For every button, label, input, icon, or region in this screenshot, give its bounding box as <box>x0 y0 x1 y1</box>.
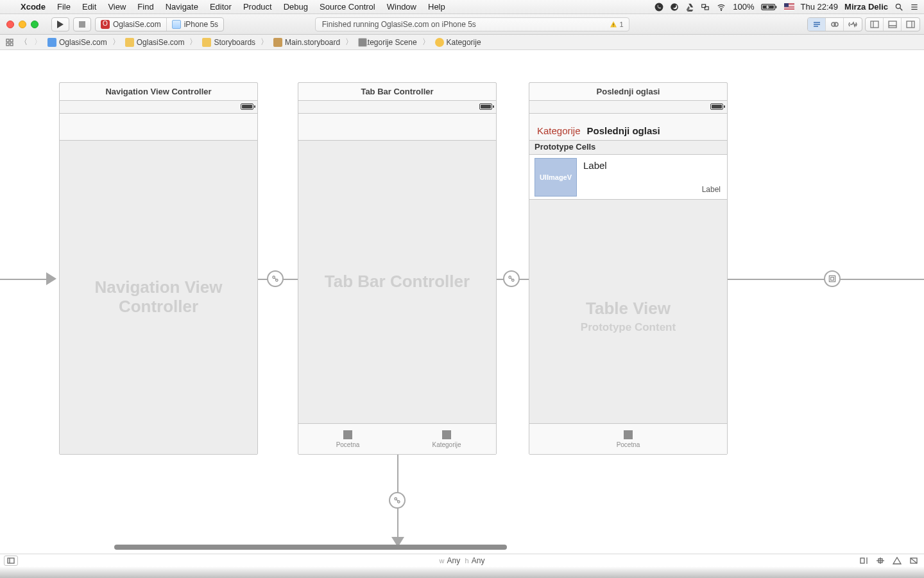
window-close-button[interactable] <box>6 21 14 28</box>
dnd-icon[interactable] <box>670 3 679 12</box>
menu-product[interactable]: Product <box>243 2 272 12</box>
notification-center-icon[interactable] <box>910 3 919 12</box>
tab-item-pocetna[interactable]: Pocetna <box>298 424 397 454</box>
canvas-horizontal-scrollbar[interactable] <box>114 545 507 550</box>
scene-tabbar-controller[interactable]: Tab Bar Controller Tab Bar Controller Po… <box>298 82 497 455</box>
scene-placeholder-label: Navigation View Controller <box>60 278 257 317</box>
scheme-selector[interactable]: OglasiSe.com iPhone 5s <box>95 17 224 31</box>
nav-back-item[interactable]: Kategorije <box>537 125 581 136</box>
warning-icon <box>610 21 617 28</box>
menu-source-control[interactable]: Source Control <box>320 2 375 12</box>
menu-editor[interactable]: Editor <box>210 2 232 12</box>
tab-bar[interactable]: Pocetna <box>529 423 727 454</box>
run-button[interactable] <box>51 17 69 31</box>
segue-relationship-icon-down[interactable] <box>389 492 406 509</box>
display-arrangement-icon[interactable] <box>701 3 710 12</box>
viber-icon[interactable] <box>654 3 663 12</box>
resolve-constraints-button[interactable] <box>891 556 903 566</box>
version-editor-button[interactable] <box>844 18 862 31</box>
menu-window[interactable]: Window <box>387 2 416 12</box>
menu-navigate[interactable]: Navigate <box>166 2 198 12</box>
simulated-nav-bar[interactable]: Kategorije Poslednji oglasi <box>529 114 727 141</box>
tab-item-kategorije[interactable]: Kategorije <box>397 424 496 454</box>
battery-percent[interactable]: 100% <box>733 2 754 12</box>
menu-find[interactable]: Find <box>137 2 153 12</box>
segue-root-relationship-icon[interactable] <box>267 270 284 287</box>
menu-view[interactable]: View <box>108 2 126 12</box>
svg-rect-28 <box>10 39 13 42</box>
toggle-utilities-button[interactable] <box>902 18 920 31</box>
warning-count: 1 <box>620 21 624 28</box>
related-items-button[interactable] <box>4 37 15 48</box>
jumpbar-viewcontroller[interactable]: Kategorije <box>434 38 483 47</box>
panel-visibility-segmented[interactable] <box>865 17 920 31</box>
scene-content[interactable]: Navigation View Controller <box>60 141 257 454</box>
segue-viewcontrollers-relationship-icon[interactable] <box>503 270 520 287</box>
initial-vc-arrow[interactable] <box>0 279 50 280</box>
menu-debug[interactable]: Debug <box>284 2 308 12</box>
scene-title[interactable]: Navigation View Controller <box>60 83 257 101</box>
prototype-cell[interactable]: UIImageV Label Label <box>529 155 727 200</box>
stop-button[interactable] <box>73 17 91 31</box>
jumpbar-scene[interactable]: Kategorije Scene <box>357 38 418 47</box>
app-menu[interactable]: Xcode <box>21 2 46 12</box>
menu-help[interactable]: Help <box>428 2 445 12</box>
folder-icon <box>125 38 134 47</box>
simulated-nav-bar[interactable] <box>60 114 257 141</box>
status-battery-icon <box>479 103 492 110</box>
ib-canvas[interactable]: Navigation View Controller Navigation Vi… <box>0 50 924 554</box>
jumpbar-storyboard-file[interactable]: Main.storyboard <box>272 38 341 47</box>
editor-mode-segmented[interactable] <box>807 17 862 31</box>
tab-bar[interactable]: Pocetna Kategorije <box>298 423 496 454</box>
scene-title[interactable]: Poslednji oglasi <box>529 83 727 101</box>
svg-rect-13 <box>79 21 85 28</box>
toggle-debug-area-button[interactable] <box>884 18 902 31</box>
battery-icon[interactable] <box>761 3 778 12</box>
scene-title[interactable]: Tab Bar Controller <box>298 83 496 101</box>
input-flag-icon[interactable] <box>784 3 794 10</box>
standard-editor-button[interactable] <box>808 18 826 31</box>
scheme-target[interactable]: OglasiSe.com <box>96 18 167 31</box>
window-zoom-button[interactable] <box>31 21 38 28</box>
svg-line-50 <box>911 558 917 563</box>
activity-viewer[interactable]: Finished running OglasiSe.com on iPhone … <box>315 17 629 31</box>
window-minimize-button[interactable] <box>19 21 26 28</box>
cell-detail-label[interactable]: Label <box>702 185 721 194</box>
segue-embed-icon[interactable] <box>824 270 841 287</box>
menu-file[interactable]: File <box>57 2 71 12</box>
menubar-user[interactable]: Mirza Delic <box>844 2 888 12</box>
svg-rect-27 <box>6 39 9 42</box>
menu-edit[interactable]: Edit <box>82 2 96 12</box>
jumpbar-storyboards-folder[interactable]: Storyboards <box>201 38 257 47</box>
cell-title-label[interactable]: Label <box>583 160 607 171</box>
cell-imageview[interactable]: UIImageV <box>535 158 577 197</box>
tableview-placeholder-label: Table View Prototype Content <box>529 299 727 334</box>
jumpbar-project[interactable]: OglasiSe.com <box>46 38 108 47</box>
initial-vc-arrowhead <box>46 272 56 285</box>
wifi-icon[interactable] <box>716 3 726 12</box>
nav-forward-button[interactable]: 〉 <box>32 37 44 48</box>
scene-poslednji-oglasi[interactable]: Poslednji oglasi Kategorije Poslednji og… <box>529 82 728 455</box>
menubar-clock[interactable]: Thu 22:49 <box>801 2 839 12</box>
issue-indicator[interactable]: 1 <box>610 21 624 28</box>
size-class-control[interactable]: wAny hAny <box>440 556 485 565</box>
resizing-behavior-button[interactable] <box>907 556 920 566</box>
document-outline-toggle[interactable] <box>4 556 18 566</box>
scheme-destination[interactable]: iPhone 5s <box>167 18 223 31</box>
tab-item-pocetna[interactable]: Pocetna <box>529 424 727 454</box>
toggle-navigator-button[interactable] <box>866 18 884 31</box>
status-battery-icon <box>710 103 723 110</box>
scene-content[interactable]: Tab Bar Controller <box>298 141 496 423</box>
spotlight-icon[interactable] <box>894 3 903 12</box>
table-view[interactable]: Table View Prototype Content <box>529 200 727 423</box>
pin-constraints-button[interactable] <box>874 556 887 566</box>
simulated-nav-bar[interactable] <box>298 114 496 141</box>
nav-back-button[interactable]: 〈 <box>18 37 30 48</box>
google-drive-icon[interactable] <box>685 3 694 12</box>
assistant-editor-button[interactable] <box>826 18 844 31</box>
scene-navigation-controller[interactable]: Navigation View Controller Navigation Vi… <box>59 82 258 455</box>
jumpbar-group[interactable]: OglasiSe.com <box>124 38 186 47</box>
align-constraints-button[interactable] <box>857 556 870 566</box>
svg-rect-25 <box>907 21 914 28</box>
nav-title: Poslednji oglasi <box>587 125 660 136</box>
